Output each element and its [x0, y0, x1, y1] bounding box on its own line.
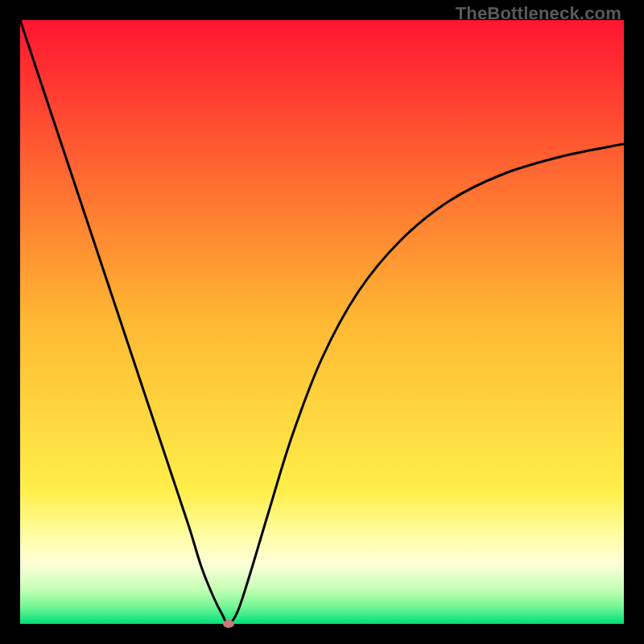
chart-frame — [20, 20, 624, 624]
plot-svg — [20, 20, 624, 624]
gradient-background — [20, 20, 624, 624]
watermark-label: TheBottleneck.com — [456, 3, 621, 24]
sweet-spot-marker — [223, 620, 234, 628]
